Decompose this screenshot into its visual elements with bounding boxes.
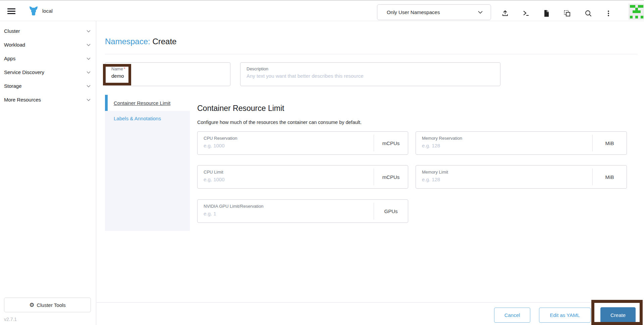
unit-label-mib: MiB xyxy=(592,169,627,185)
tab-labels-annotations[interactable]: Labels & Annotations xyxy=(105,111,190,126)
sidebar-item-workload[interactable]: Workload xyxy=(0,38,96,52)
search-icon[interactable] xyxy=(584,9,593,18)
cluster-tools-button[interactable]: ⚙ Cluster Tools xyxy=(4,298,91,312)
sidebar-item-label: Apps xyxy=(4,56,15,61)
sidebar-item-cluster[interactable]: Cluster xyxy=(0,24,96,38)
tab-label: Labels & Annotations xyxy=(114,116,161,121)
sidebar-item-label: Storage xyxy=(4,83,22,89)
gear-icon: ⚙ xyxy=(29,302,34,309)
cpu-limit-input[interactable] xyxy=(204,177,368,182)
unit-label-mcpus: mCPUs xyxy=(374,169,408,185)
nvidia-gpu-field: NVIDIA GPU Limit/Reservation GPUs xyxy=(197,199,408,223)
chevron-down-icon[interactable] xyxy=(87,99,91,101)
field-label: CPU Limit xyxy=(204,170,368,175)
sidebar-item-more-resources[interactable]: More Resources xyxy=(0,93,96,107)
user-avatar[interactable] xyxy=(629,4,644,20)
sidebar-item-label: Cluster xyxy=(4,28,20,34)
memory-limit-field: Memory Limit MiB xyxy=(416,165,627,189)
chevron-down-icon[interactable] xyxy=(87,44,91,46)
sidebar-item-label: Workload xyxy=(4,42,25,48)
tab-label: Container Resource Limit xyxy=(114,100,170,106)
chevron-down-icon xyxy=(478,11,483,14)
memory-reservation-input[interactable] xyxy=(422,143,586,148)
unit-label-mcpus: mCPUs xyxy=(374,135,408,151)
unit-label-gpus: GPUs xyxy=(374,203,408,219)
edit-as-yaml-button[interactable]: Edit as YAML xyxy=(539,308,591,323)
title-divider xyxy=(105,54,638,54)
hamburger-menu-icon[interactable] xyxy=(7,8,15,14)
rancher-logo-icon[interactable] xyxy=(28,6,39,16)
field-label: CPU Reservation xyxy=(204,136,368,141)
memory-limit-input[interactable] xyxy=(422,177,586,182)
description-field: Description xyxy=(240,62,500,86)
import-yaml-icon[interactable] xyxy=(501,9,509,18)
tab-rail: Container Resource Limit Labels & Annota… xyxy=(105,95,190,231)
kubectl-shell-icon[interactable] xyxy=(522,9,530,18)
field-label: Memory Limit xyxy=(422,170,586,175)
section-description: Configure how much of the resources the … xyxy=(197,120,362,125)
download-kubeconfig-icon[interactable] xyxy=(563,9,572,18)
memory-reservation-field: Memory Reservation MiB xyxy=(416,131,627,155)
create-button[interactable]: Create xyxy=(600,307,636,323)
chevron-down-icon[interactable] xyxy=(87,71,91,74)
chevron-down-icon[interactable] xyxy=(87,85,91,87)
description-field-label: Description xyxy=(247,66,494,71)
cpu-reservation-input[interactable] xyxy=(204,143,368,148)
name-input[interactable] xyxy=(111,73,224,79)
sidebar-item-service-discovery[interactable]: Service Discovery xyxy=(0,65,96,79)
cluster-tools-label: Cluster Tools xyxy=(37,302,65,308)
kebab-menu-icon[interactable] xyxy=(604,9,613,18)
page-title: Namespace: Create xyxy=(105,37,176,46)
chevron-down-icon[interactable] xyxy=(87,57,91,60)
namespace-filter-dropdown[interactable]: Only User Namespaces xyxy=(377,4,491,20)
sidebar-item-storage[interactable]: Storage xyxy=(0,79,96,93)
version-label: v2.7.1 xyxy=(4,317,17,322)
section-heading: Container Resource Limit xyxy=(197,104,284,113)
name-field: Name* xyxy=(105,62,230,86)
cpu-reservation-field: CPU Reservation mCPUs xyxy=(197,131,408,155)
description-input[interactable] xyxy=(247,73,494,79)
rancher-namespace-create-screen: local Only User Namespaces xyxy=(0,0,644,325)
cpu-limit-field: CPU Limit mCPUs xyxy=(197,165,408,189)
left-sidebar: Cluster Workload Apps Service Discovery xyxy=(0,21,96,325)
copy-kubeconfig-file-icon[interactable] xyxy=(542,9,551,18)
nvidia-gpu-input[interactable] xyxy=(204,211,368,216)
required-asterisk: * xyxy=(124,66,125,71)
top-header: local Only User Namespaces xyxy=(0,0,644,21)
cancel-button[interactable]: Cancel xyxy=(494,308,530,323)
field-label: NVIDIA GPU Limit/Reservation xyxy=(204,204,368,209)
unit-label-mib: MiB xyxy=(592,135,627,151)
sidebar-item-apps[interactable]: Apps xyxy=(0,52,96,65)
chevron-down-icon[interactable] xyxy=(87,30,91,32)
name-field-label: Name* xyxy=(111,66,224,71)
namespace-filter-value: Only User Namespaces xyxy=(387,9,478,15)
sidebar-item-label: Service Discovery xyxy=(4,69,44,75)
footer-divider xyxy=(97,302,644,303)
cluster-name: local xyxy=(42,8,53,14)
page-title-resource: Namespace: xyxy=(105,37,150,46)
tab-container-resource-limit[interactable]: Container Resource Limit xyxy=(105,95,190,111)
sidebar-item-label: More Resources xyxy=(4,97,41,103)
field-label: Memory Reservation xyxy=(422,136,586,141)
page-title-action: Create xyxy=(152,37,176,46)
